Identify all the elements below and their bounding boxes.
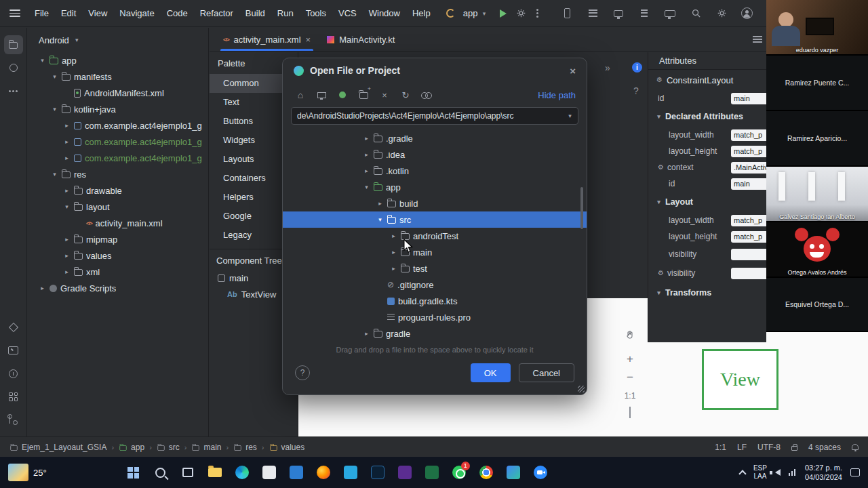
participant-tile[interactable]: Ortega Avalos Andrés — [766, 222, 868, 278]
participant-tile[interactable]: Esquivel Ortega D... — [766, 278, 868, 332]
refresh-icon[interactable]: ↻ — [400, 89, 411, 100]
zoom-in-button[interactable]: + — [621, 352, 639, 366]
path-input[interactable] — [291, 107, 578, 125]
new-folder-icon[interactable] — [358, 89, 369, 100]
breadcrumb-res[interactable]: res — [233, 443, 257, 452]
breadcrumb-values[interactable]: values — [269, 443, 305, 452]
project-tree-item[interactable]: layout — [28, 199, 208, 215]
project-tree-item[interactable]: manifests — [28, 68, 208, 85]
indent-indicator[interactable]: 4 spaces — [808, 443, 841, 452]
share-screen-icon[interactable] — [664, 7, 676, 20]
app-icon-white[interactable] — [261, 464, 277, 481]
version-control-tool-button[interactable] — [4, 410, 23, 429]
attribute-value-field[interactable] — [731, 268, 766, 279]
read-only-lock-icon[interactable] — [791, 446, 797, 451]
show-hidden-icons-chevron[interactable] — [738, 470, 746, 477]
scrollbar-thumb[interactable] — [580, 187, 583, 229]
photoshop-icon[interactable] — [370, 464, 386, 481]
zoom-to-fit-icon[interactable] — [621, 407, 639, 418]
project-tree-item[interactable]: res — [28, 166, 208, 182]
file-tree-item[interactable]: build — [283, 195, 587, 211]
project-tree-item[interactable]: kotlin+java — [28, 101, 208, 117]
collapse-chevrons-icon[interactable]: » — [605, 62, 610, 73]
visual-studio-icon[interactable] — [397, 464, 413, 481]
project-view-selector[interactable]: Android — [28, 28, 208, 52]
zoom-out-button[interactable]: − — [621, 371, 639, 384]
menu-file[interactable]: File — [28, 8, 55, 18]
tab-activity-main-xml[interactable]: </> activity_main.xml × — [215, 28, 319, 51]
participant-tile[interactable]: Ramirez Aparicio... — [766, 111, 868, 167]
close-icon[interactable]: × — [570, 65, 576, 77]
pan-tool-icon[interactable] — [621, 330, 639, 342]
firefox-icon[interactable] — [315, 464, 332, 481]
volume-icon[interactable] — [775, 469, 781, 476]
breadcrumb-src[interactable]: src — [157, 443, 180, 452]
language-indicator[interactable]: ESP LAA — [753, 464, 767, 481]
attribute-value-field[interactable]: .MainActiv — [731, 162, 766, 174]
menu-edit[interactable]: Edit — [55, 8, 82, 18]
file-tree-item[interactable]: build.gradle.kts — [283, 293, 587, 309]
commit-tool-button[interactable] — [4, 58, 23, 77]
zoom-level-button[interactable]: 1:1 — [621, 391, 639, 401]
excel-icon[interactable] — [424, 464, 440, 481]
menu-run[interactable]: Run — [271, 8, 300, 18]
logcat-icon[interactable] — [587, 7, 599, 20]
file-tree-item[interactable]: test — [283, 260, 587, 277]
file-tree-item-selected[interactable]: src — [283, 211, 587, 228]
attribute-value-field[interactable]: match_p — [731, 231, 766, 243]
attribute-value-field[interactable] — [731, 249, 766, 260]
run-button[interactable] — [500, 9, 507, 18]
edge-icon[interactable] — [234, 464, 250, 481]
attribute-value-field[interactable]: match_p — [731, 129, 766, 141]
menu-navigate[interactable]: Navigate — [113, 8, 160, 18]
profiler-gear-icon[interactable] — [515, 7, 527, 20]
close-tab-icon[interactable]: × — [306, 35, 311, 44]
whatsapp-icon[interactable]: 1 — [451, 464, 467, 481]
sync-icon[interactable] — [638, 7, 650, 20]
design-help-icon[interactable]: ? — [633, 85, 639, 96]
attribute-value-field[interactable]: main — [731, 178, 766, 190]
settings-gear-icon[interactable] — [715, 7, 728, 20]
start-button[interactable] — [125, 464, 142, 481]
action-center-icon[interactable] — [850, 468, 860, 476]
section-declared-attributes[interactable]: Declared Attributes — [648, 106, 766, 127]
menu-vcs[interactable]: VCS — [332, 8, 363, 18]
project-tree-item[interactable]: com.example.act4ejemplo1_g — [28, 117, 208, 134]
app-icon-blue[interactable] — [288, 464, 304, 481]
line-separator-indicator[interactable]: LF — [737, 443, 747, 452]
main-menu-icon[interactable] — [9, 9, 20, 17]
android-studio-icon[interactable] — [505, 464, 521, 481]
attribute-value-field[interactable]: main — [731, 93, 766, 104]
more-tools-icon[interactable] — [4, 81, 23, 100]
file-explorer-icon[interactable] — [207, 464, 223, 481]
menu-window[interactable]: Window — [363, 8, 406, 18]
search-icon[interactable] — [690, 7, 702, 20]
project-tree-item[interactable]: </>activity_main.xml — [28, 215, 208, 231]
file-tree-item[interactable]: .idea — [283, 146, 587, 163]
file-tree-item[interactable]: androidTest — [283, 228, 587, 244]
participant-tile[interactable]: Galvez Santiago Ian Alberto — [766, 167, 868, 222]
file-tree-item[interactable]: app — [283, 179, 587, 195]
breadcrumb-app[interactable]: app — [119, 443, 144, 452]
zoom-indicator[interactable]: 1:1 — [715, 443, 726, 452]
help-button[interactable]: ? — [295, 365, 310, 380]
chrome-icon[interactable] — [478, 464, 494, 481]
tab-mainactivity-kt[interactable]: MainActivity.kt — [319, 28, 403, 51]
services-tool-button[interactable] — [4, 387, 23, 406]
breadcrumb-project[interactable]: Ejem_1_Layoaut_GSIA — [9, 443, 106, 452]
more-actions-icon[interactable] — [536, 12, 538, 14]
problems-tool-button[interactable] — [4, 364, 23, 383]
search-button[interactable] — [153, 464, 169, 481]
attribute-value-field[interactable]: match_p — [731, 215, 766, 226]
device-mirror-icon[interactable] — [612, 7, 625, 20]
participant-tile[interactable]: Ramirez Puente C... — [766, 56, 868, 111]
device-manager-icon[interactable] — [561, 7, 573, 20]
zoom-icon[interactable] — [532, 464, 549, 481]
hide-path-link[interactable]: Hide path — [538, 90, 576, 100]
cancel-button[interactable]: Cancel — [519, 363, 574, 382]
project-tree-item[interactable]: com.example.act4ejemplo1_g — [28, 150, 208, 166]
clock[interactable]: 03:27 p. m. 04/03/2024 — [805, 463, 842, 483]
menu-build[interactable]: Build — [239, 8, 271, 18]
wifi-icon[interactable] — [789, 469, 797, 476]
menu-help[interactable]: Help — [406, 8, 437, 18]
